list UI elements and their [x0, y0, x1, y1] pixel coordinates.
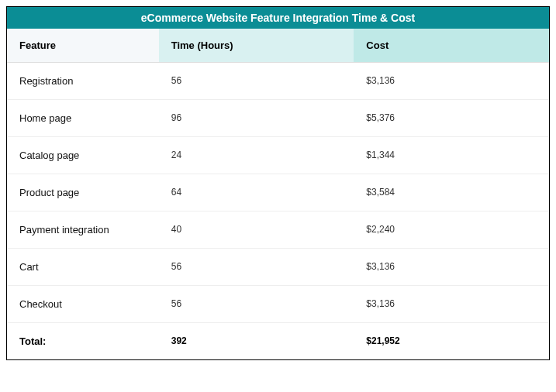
cell-cost: $3,136	[354, 63, 549, 99]
total-label: Total:	[7, 323, 159, 359]
cell-time: 56	[159, 63, 354, 99]
header-row: Feature Time (Hours) Cost	[7, 29, 549, 63]
header-time: Time (Hours)	[159, 29, 354, 63]
table-row: Registration 56 $3,136	[7, 63, 549, 100]
cell-cost: $3,584	[354, 174, 549, 211]
table-row: Home page 96 $5,376	[7, 100, 549, 137]
cell-feature: Checkout	[7, 286, 159, 322]
total-row: Total: 392 $21,952	[7, 323, 549, 359]
cell-cost: $5,376	[354, 100, 549, 136]
table-title: eCommerce Website Feature Integration Ti…	[7, 7, 549, 29]
cell-cost: $2,240	[354, 211, 549, 248]
cell-feature: Product page	[7, 174, 159, 211]
cell-time: 56	[159, 286, 354, 322]
feature-cost-table: eCommerce Website Feature Integration Ti…	[6, 6, 550, 360]
cell-time: 64	[159, 174, 354, 211]
cell-cost: $3,136	[354, 249, 549, 285]
cell-time: 24	[159, 137, 354, 174]
total-time: 392	[159, 323, 354, 359]
cell-feature: Home page	[7, 100, 159, 136]
table-row: Catalog page 24 $1,344	[7, 137, 549, 174]
cell-time: 96	[159, 100, 354, 136]
cell-cost: $3,136	[354, 286, 549, 322]
cell-time: 56	[159, 249, 354, 285]
table-row: Cart 56 $3,136	[7, 249, 549, 286]
cell-feature: Payment integration	[7, 211, 159, 248]
table-row: Product page 64 $3,584	[7, 174, 549, 211]
header-feature: Feature	[7, 29, 159, 63]
total-cost: $21,952	[354, 323, 549, 359]
cell-feature: Catalog page	[7, 137, 159, 174]
cell-cost: $1,344	[354, 137, 549, 174]
cell-feature: Cart	[7, 249, 159, 285]
cell-time: 40	[159, 211, 354, 248]
table-row: Payment integration 40 $2,240	[7, 211, 549, 249]
table-row: Checkout 56 $3,136	[7, 286, 549, 323]
cell-feature: Registration	[7, 63, 159, 99]
header-cost: Cost	[354, 29, 549, 63]
